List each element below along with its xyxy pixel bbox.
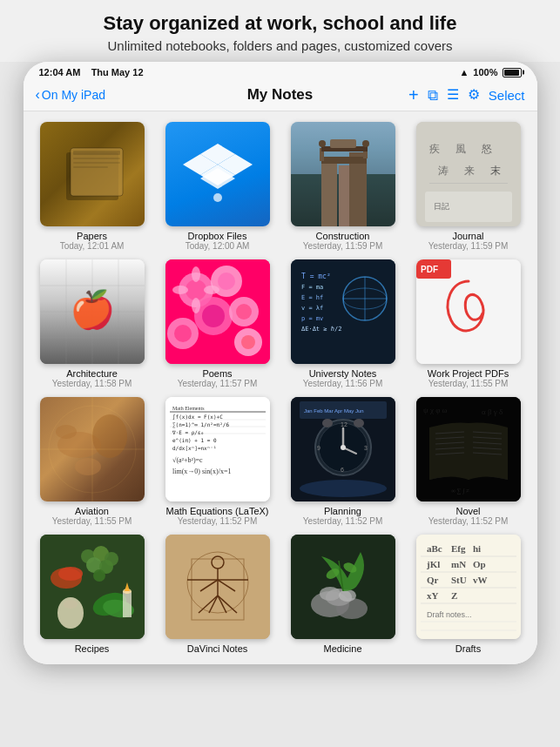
- svg-point-106: [354, 419, 364, 427]
- svg-point-58: [204, 286, 219, 294]
- notebook-date: Yesterday, 11:55 PM: [52, 516, 132, 526]
- notebook-date: Yesterday, 11:55 PM: [428, 379, 509, 388]
- notebook-date: Today, 12:01 AM: [60, 241, 125, 251]
- svg-rect-23: [330, 139, 356, 148]
- svg-point-54: [241, 335, 255, 349]
- add-button[interactable]: +: [408, 86, 419, 104]
- svg-text:6: 6: [341, 467, 344, 473]
- svg-rect-4: [73, 162, 120, 164]
- notebook-item[interactable]: PapersToday, 12:01 AM: [34, 122, 151, 251]
- notebook-name: Architecture: [66, 368, 118, 379]
- svg-text:∇·E = ρ/ε₀: ∇·E = ρ/ε₀: [172, 429, 204, 436]
- svg-point-132: [58, 567, 83, 581]
- notebook-item[interactable]: Medicine: [285, 535, 401, 654]
- notebook-date: Yesterday, 11:56 PM: [303, 379, 383, 388]
- settings-button[interactable]: ⚙: [468, 88, 480, 102]
- svg-point-46: [218, 273, 235, 290]
- svg-point-22: [362, 140, 369, 147]
- svg-point-130: [93, 569, 105, 582]
- back-button[interactable]: ‹ On My iPad: [36, 87, 105, 103]
- svg-point-56: [192, 298, 200, 313]
- svg-text:Op: Op: [473, 559, 486, 569]
- svg-text:d/dx[xⁿ]=nxⁿ⁻¹: d/dx[xⁿ]=nxⁿ⁻¹: [172, 445, 217, 451]
- notebook-name: Aviation: [75, 506, 109, 516]
- svg-point-44: [186, 279, 206, 300]
- notebook-name: Math Equations (LaTeX): [165, 506, 268, 516]
- svg-text:涛: 涛: [438, 165, 449, 177]
- svg-text:xY: xY: [427, 590, 439, 601]
- svg-text:∑(n=1)^∞ 1/n²=π²/6: ∑(n=1)^∞ 1/n²=π²/6: [172, 421, 229, 428]
- notebook-item[interactable]: T = mc² F = ma E = hf v = λf p = mv ΔE·Δ…: [285, 259, 401, 388]
- notebook-name: Construction: [316, 231, 370, 241]
- notebook-item[interactable]: DaVinci Notes: [159, 535, 276, 654]
- notebook-item[interactable]: ConstructionYesterday, 11:59 PM: [285, 122, 401, 251]
- svg-point-50: [236, 304, 252, 320]
- notebook-item[interactable]: aBc Efg hi jKl mN Op Qr StU vW xY Z Draf…: [410, 535, 527, 654]
- status-date: Thu May 12: [91, 67, 144, 77]
- notebook-name: Universty Notes: [309, 368, 377, 379]
- notebooks-grid: PapersToday, 12:01 AM Dropbox FilesToday…: [24, 111, 537, 664]
- svg-point-57: [172, 286, 188, 294]
- svg-text:lim(x→0) sin(x)/x=1: lim(x→0) sin(x)/x=1: [172, 468, 231, 475]
- notebook-name: Medicine: [323, 643, 361, 654]
- svg-text:Efg: Efg: [451, 543, 466, 554]
- svg-text:vW: vW: [473, 575, 488, 585]
- svg-point-107: [300, 480, 387, 497]
- svg-text:Qr: Qr: [427, 575, 439, 585]
- notebook-date: Yesterday, 11:52 PM: [178, 516, 258, 526]
- select-button[interactable]: Select: [489, 88, 525, 103]
- svg-text:末: 末: [490, 165, 501, 177]
- svg-text:√(a²+b²)=c: √(a²+b²)=c: [172, 456, 203, 464]
- wifi-icon: ▲: [459, 67, 469, 77]
- svg-text:v = λf: v = λf: [301, 305, 323, 312]
- svg-rect-2: [73, 151, 120, 155]
- svg-text:mN: mN: [451, 559, 466, 569]
- svg-text:Math Elements: Math Elements: [172, 406, 205, 411]
- notebook-name: DaVinci Notes: [187, 643, 248, 654]
- notebook-item[interactable]: ψ χ φ ω α β γ δ ∞ ∑ ∫ ≠ NovelYesterday, …: [410, 397, 527, 526]
- notebook-item[interactable]: PDF Work Project PDFsYesterday, 11:55 PM: [410, 259, 527, 388]
- notebook-date: Yesterday, 11:58 PM: [52, 379, 132, 388]
- svg-rect-124: [40, 535, 145, 639]
- svg-point-136: [64, 600, 78, 609]
- notebook-item[interactable]: 12 3 6 9 Jan Feb Mar Apr May Jun Plannin…: [285, 397, 401, 526]
- notebook-name: Work Project PDFs: [428, 368, 509, 379]
- battery-icon: [503, 68, 522, 77]
- svg-point-55: [192, 266, 200, 282]
- status-right: ▲ 100%: [459, 67, 521, 77]
- notebook-date: Yesterday, 11:59 PM: [303, 241, 383, 251]
- svg-point-100: [341, 445, 346, 450]
- svg-text:来: 来: [464, 165, 475, 177]
- svg-text:hi: hi: [473, 543, 481, 554]
- svg-point-105: [322, 419, 333, 427]
- svg-text:α β γ δ: α β γ δ: [482, 407, 503, 416]
- svg-text:3: 3: [364, 445, 368, 451]
- notebook-item[interactable]: Math Elements ∫f(x)dx = F(x)+C ∑(n=1)^∞ …: [159, 397, 276, 526]
- svg-point-75: [92, 414, 127, 458]
- svg-text:e^(iπ) + 1 = 0: e^(iπ) + 1 = 0: [172, 437, 217, 443]
- svg-text:Draft notes...: Draft notes...: [427, 610, 472, 619]
- notebook-item[interactable]: 🍎 ArchitectureYesterday, 11:58 PM: [34, 259, 151, 388]
- svg-text:12: 12: [341, 421, 347, 427]
- svg-point-156: [320, 587, 341, 601]
- list-view-button[interactable]: ☰: [447, 88, 459, 102]
- notebook-item[interactable]: PoemsYesterday, 11:57 PM: [159, 259, 276, 388]
- notebook-item[interactable]: 疾 風 怒 涛 来 末 日記 JournalYesterday, 11:59 P…: [410, 122, 527, 251]
- notebook-date: Today, 12:00 AM: [186, 241, 250, 251]
- device-frame: 12:04 AM Thu May 12 ▲ 100% ‹ On My iPad …: [24, 62, 537, 664]
- notebook-date: Yesterday, 11:57 PM: [178, 379, 258, 388]
- copy-button[interactable]: ⧉: [428, 88, 438, 103]
- svg-text:PDF: PDF: [421, 265, 438, 274]
- svg-rect-17: [321, 157, 367, 164]
- svg-point-77: [56, 425, 77, 439]
- svg-rect-14: [321, 157, 337, 226]
- notebook-item[interactable]: Recipes: [34, 535, 151, 654]
- svg-text:Jan Feb Mar Apr May Jun: Jan Feb Mar Apr May Jun: [304, 408, 364, 414]
- svg-point-11: [213, 193, 222, 202]
- svg-text:ψ χ φ ω: ψ χ φ ω: [423, 406, 448, 414]
- notebook-name: Journal: [452, 231, 483, 241]
- notebook-item[interactable]: Dropbox FilesToday, 12:00 AM: [159, 122, 276, 251]
- notebook-item[interactable]: AviationYesterday, 11:55 PM: [34, 397, 151, 526]
- svg-text:F = ma: F = ma: [301, 284, 323, 291]
- back-label: On My iPad: [42, 88, 105, 102]
